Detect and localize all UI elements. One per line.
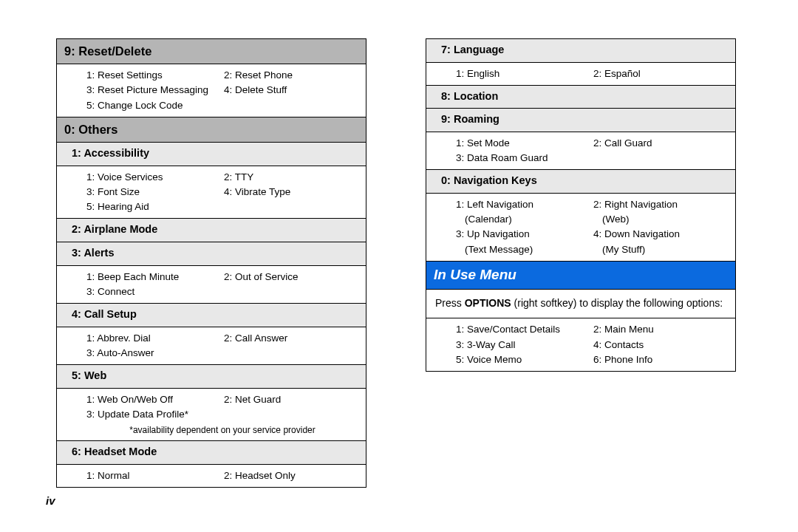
list-item: 3: Font Size <box>86 185 221 199</box>
section-others: 0: Others <box>57 117 366 142</box>
list-item: 2: Reset Phone <box>224 69 358 82</box>
list-item: 4: Vibrate Type <box>224 185 358 199</box>
items-web: 1: Web On/Web Off 2: Net Guard 3: Update… <box>57 388 366 441</box>
list-item <box>224 200 358 214</box>
list-item: 4: Down Navigation <box>593 228 728 241</box>
list-item: 2: Call Guard <box>593 137 728 150</box>
list-item: (Text Message) <box>456 243 590 256</box>
list-item: 1: Web On/Web Off <box>86 393 221 406</box>
subsection-roaming: 9: Roaming <box>426 108 735 132</box>
list-item: 3: Connect <box>86 285 221 299</box>
menu-table-right: 7: Language 1: English 2: Español 8: Loc… <box>426 38 736 372</box>
section-in-use-menu: In Use Menu <box>426 261 735 290</box>
list-item: (Calendar) <box>456 213 590 226</box>
list-item: 1: Voice Services <box>86 171 221 184</box>
list-item: 1: Abbrev. Dial <box>86 332 221 345</box>
list-item: 2: Right Navigation <box>593 198 728 211</box>
subsection-navigation-keys: 0: Navigation Keys <box>426 169 735 193</box>
subsection-location: 8: Location <box>426 85 735 109</box>
page-number: iv <box>46 494 55 507</box>
subsection-accessibility: 1: Accessibility <box>57 142 366 166</box>
list-item: 1: Normal <box>86 469 221 482</box>
web-footnote: *availability dependent on your service … <box>86 421 358 436</box>
list-item: 4: Contacts <box>593 338 728 352</box>
list-item <box>224 285 358 299</box>
items-in-use: 1: Save/Contact Details 2: Main Menu 3: … <box>426 318 735 371</box>
list-item: 2: Out of Service <box>224 270 358 284</box>
list-item: 1: Beep Each Minute <box>86 270 221 284</box>
list-item: 1: English <box>456 67 590 81</box>
list-item: 4: Delete Stuff <box>224 83 358 97</box>
list-item: 6: Phone Info <box>593 353 728 366</box>
list-item: 3: Up Navigation <box>456 228 590 241</box>
list-item: 1: Set Mode <box>456 137 590 150</box>
list-item <box>224 99 358 112</box>
list-item: 1: Reset Settings <box>86 69 221 82</box>
list-item: 3: 3-Way Call <box>456 338 590 352</box>
list-item: 2: Main Menu <box>593 323 728 336</box>
list-item: 2: Headset Only <box>224 469 358 482</box>
subsection-airplane-mode: 2: Airplane Mode <box>57 218 366 242</box>
items-accessibility: 1: Voice Services 2: TTY 3: Font Size 4:… <box>57 166 366 219</box>
list-item <box>224 408 358 421</box>
list-item: 2: TTY <box>224 171 358 184</box>
list-item: 1: Save/Contact Details <box>456 323 590 336</box>
subsection-call-setup: 4: Call Setup <box>57 303 366 327</box>
menu-table-left: 9: Reset/Delete 1: Reset Settings 2: Res… <box>56 38 366 488</box>
list-item: 3: Update Data Profile* <box>86 408 221 421</box>
subsection-alerts: 3: Alerts <box>57 242 366 265</box>
list-item: 2: Español <box>593 67 728 81</box>
list-item: 3: Auto-Answer <box>86 347 221 360</box>
list-item: 5: Hearing Aid <box>86 200 221 214</box>
list-item: 3: Reset Picture Messaging <box>86 83 221 97</box>
list-item: 2: Call Answer <box>224 332 358 345</box>
list-item <box>224 347 358 360</box>
section-reset-delete: 9: Reset/Delete <box>57 39 366 64</box>
items-headset-mode: 1: Normal 2: Headset Only <box>57 464 366 487</box>
items-reset-delete: 1: Reset Settings 2: Reset Phone 3: Rese… <box>57 64 366 117</box>
subsection-headset-mode: 6: Headset Mode <box>57 440 366 464</box>
items-alerts: 1: Beep Each Minute 2: Out of Service 3:… <box>57 265 366 303</box>
list-item: 1: Left Navigation <box>456 198 590 211</box>
right-column: 7: Language 1: English 2: Español 8: Loc… <box>426 38 736 488</box>
subsection-web: 5: Web <box>57 364 366 388</box>
list-item: (Web) <box>593 213 728 226</box>
note-text-post: (right softkey) to display the following… <box>511 297 723 309</box>
in-use-note: Press OPTIONS (right softkey) to display… <box>426 289 735 318</box>
note-text-pre: Press <box>435 297 465 309</box>
left-column: 9: Reset/Delete 1: Reset Settings 2: Res… <box>56 38 366 488</box>
note-text-bold: OPTIONS <box>465 297 511 309</box>
list-item: 5: Voice Memo <box>456 353 590 366</box>
list-item: 3: Data Roam Guard <box>456 151 590 165</box>
items-navigation-keys: 1: Left Navigation 2: Right Navigation (… <box>426 193 735 261</box>
subsection-language: 7: Language <box>426 39 735 62</box>
list-item <box>593 151 728 165</box>
items-roaming: 1: Set Mode 2: Call Guard 3: Data Roam G… <box>426 132 735 169</box>
items-language: 1: English 2: Español <box>426 62 735 85</box>
list-item: (My Stuff) <box>593 243 728 256</box>
list-item: 2: Net Guard <box>224 393 358 406</box>
list-item: 5: Change Lock Code <box>86 99 221 112</box>
items-call-setup: 1: Abbrev. Dial 2: Call Answer 3: Auto-A… <box>57 327 366 364</box>
